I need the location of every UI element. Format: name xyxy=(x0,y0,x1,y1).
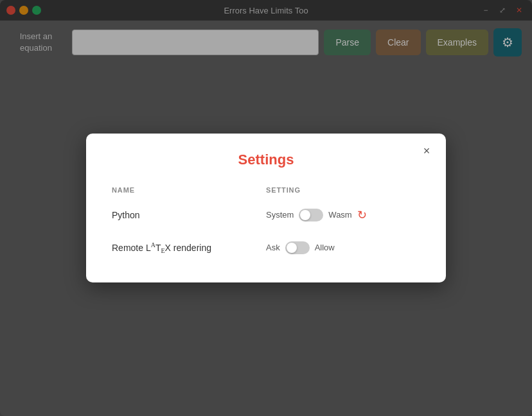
settings-modal: × Settings NAME SETTING Python System Wa… xyxy=(86,134,446,282)
python-option-right: Wasm xyxy=(328,210,351,220)
column-header-name: NAME xyxy=(112,186,266,194)
latex-option-left: Ask xyxy=(266,243,280,252)
settings-table-header: NAME SETTING xyxy=(107,184,425,199)
setting-name-latex: Remote LATEX rendering xyxy=(112,241,266,254)
modal-overlay: × Settings NAME SETTING Python System Wa… xyxy=(0,0,532,416)
toggle-track-latex xyxy=(285,241,310,254)
toggle-track xyxy=(299,209,323,221)
modal-close-button[interactable]: × xyxy=(418,143,436,160)
setting-name-python: Python xyxy=(112,210,266,220)
modal-title: Settings xyxy=(107,152,425,168)
latex-option-right: Allow xyxy=(315,243,335,252)
settings-row-python: Python System Wasm ↻ xyxy=(107,199,425,231)
toggle-thumb-latex xyxy=(287,243,297,253)
column-header-setting: SETTING xyxy=(266,186,420,194)
python-option-left: System xyxy=(266,210,294,220)
refresh-icon[interactable]: ↻ xyxy=(357,208,367,222)
settings-row-latex: Remote LATEX rendering Ask Allow xyxy=(107,232,425,263)
setting-control-latex: Ask Allow xyxy=(266,241,420,254)
app-window: Errors Have Limits Too − ⤢ ✕ Insert an e… xyxy=(0,0,532,416)
python-toggle[interactable] xyxy=(299,209,323,221)
toggle-thumb xyxy=(300,210,310,220)
latex-toggle[interactable] xyxy=(285,241,310,254)
setting-control-python: System Wasm ↻ xyxy=(266,208,420,222)
